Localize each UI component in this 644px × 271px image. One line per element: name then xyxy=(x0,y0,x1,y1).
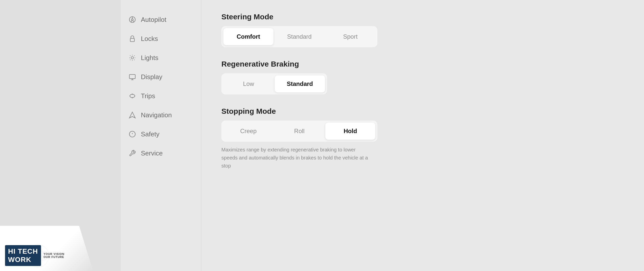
content-area: Steering Mode Comfort Standard Sport Reg… xyxy=(201,0,644,271)
svg-rect-5 xyxy=(130,38,134,42)
steering-mode-selector: Comfort Standard Sport xyxy=(221,26,377,47)
display-icon xyxy=(128,73,136,81)
stopping-mode-title: Stopping Mode xyxy=(221,107,624,116)
trips-icon xyxy=(128,92,136,100)
steering-mode-title: Steering Mode xyxy=(221,13,624,21)
logo-tagline-line1: YOUR VISION xyxy=(44,252,64,255)
sidebar-label-navigation: Navigation xyxy=(141,111,172,119)
sidebar-label-trips: Trips xyxy=(141,92,155,100)
svg-line-4 xyxy=(133,21,134,22)
steering-mode-section: Steering Mode Comfort Standard Sport xyxy=(221,13,624,47)
logo-tagline: YOUR VISION OUR FUTURE xyxy=(44,252,64,258)
regenerative-braking-title: Regenerative Braking xyxy=(221,60,624,68)
svg-point-6 xyxy=(131,57,133,59)
wrench-icon xyxy=(128,149,136,157)
stopping-mode-description: Maximizes range by extending regenerativ… xyxy=(221,146,372,170)
steering-wheel-icon xyxy=(128,16,136,24)
regenerative-braking-section: Regenerative Braking Low Standard xyxy=(221,60,624,94)
svg-point-1 xyxy=(132,19,133,21)
sidebar-label-service: Service xyxy=(141,149,163,157)
sidebar-item-autopilot[interactable]: Autopilot xyxy=(121,10,201,29)
regen-low-button[interactable]: Low xyxy=(223,75,274,92)
stopping-hold-button[interactable]: Hold xyxy=(325,123,375,140)
logo-line2: WORK xyxy=(8,255,38,264)
stopping-mode-section: Stopping Mode Creep Roll Hold Maximizes … xyxy=(221,107,624,170)
sidebar-item-display[interactable]: Display xyxy=(121,67,201,86)
logo-line1: HI TECH xyxy=(8,247,38,256)
sidebar-item-safety[interactable]: Safety xyxy=(121,125,201,144)
main-container: Autopilot Locks xyxy=(121,0,644,271)
svg-line-14 xyxy=(130,60,131,60)
stopping-roll-button[interactable]: Roll xyxy=(274,123,325,140)
steering-standard-button[interactable]: Standard xyxy=(274,28,325,45)
svg-line-3 xyxy=(131,21,132,22)
logo-box: HI TECH WORK xyxy=(5,245,41,266)
logo-area: HI TECH WORK YOUR VISION OUR FUTURE xyxy=(0,226,93,271)
svg-rect-15 xyxy=(129,75,135,79)
svg-line-12 xyxy=(134,60,135,60)
sidebar-item-navigation[interactable]: Navigation xyxy=(121,105,201,125)
lock-icon xyxy=(128,35,136,43)
steering-sport-button[interactable]: Sport xyxy=(325,28,375,45)
sidebar-label-locks: Locks xyxy=(141,35,158,43)
svg-line-13 xyxy=(134,56,135,56)
sidebar-item-lights[interactable]: Lights xyxy=(121,48,201,67)
logo-content: HI TECH WORK YOUR VISION OUR FUTURE xyxy=(5,245,64,266)
logo-tagline-line2: OUR FUTURE xyxy=(44,255,64,258)
sidebar-label-autopilot: Autopilot xyxy=(141,16,166,24)
sun-icon xyxy=(128,54,136,62)
sidebar: Autopilot Locks xyxy=(121,0,201,271)
svg-line-11 xyxy=(130,56,131,56)
steering-comfort-button[interactable]: Comfort xyxy=(223,28,273,45)
sidebar-label-safety: Safety xyxy=(141,130,159,138)
sidebar-item-service[interactable]: Service xyxy=(121,144,201,163)
sidebar-item-trips[interactable]: Trips xyxy=(121,86,201,105)
sidebar-label-display: Display xyxy=(141,73,162,81)
stopping-creep-button[interactable]: Creep xyxy=(223,123,273,140)
regen-standard-button[interactable]: Standard xyxy=(275,75,325,92)
stopping-mode-selector: Creep Roll Hold xyxy=(221,121,377,142)
regen-selector: Low Standard xyxy=(221,73,327,94)
sidebar-label-lights: Lights xyxy=(141,54,158,62)
safety-icon xyxy=(128,130,136,138)
navigation-icon xyxy=(128,111,136,119)
svg-marker-20 xyxy=(129,112,135,118)
sidebar-item-locks[interactable]: Locks xyxy=(121,29,201,48)
